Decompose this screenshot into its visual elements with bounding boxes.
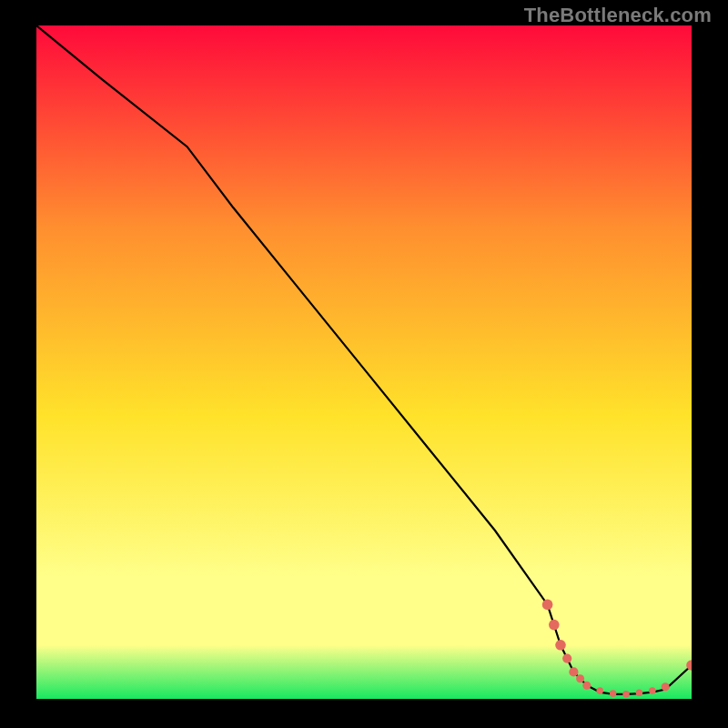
marker-dot bbox=[555, 640, 566, 651]
marker-dot bbox=[562, 654, 571, 663]
marker-dot bbox=[662, 682, 670, 691]
marker-dot bbox=[596, 687, 603, 694]
marker-dot bbox=[549, 620, 560, 631]
marker-dot bbox=[649, 687, 656, 694]
chart-frame: TheBottleneck.com bbox=[0, 0, 728, 728]
chart-svg bbox=[36, 25, 692, 699]
marker-dot bbox=[542, 600, 553, 611]
marker-dot bbox=[576, 674, 584, 682]
marker-dot bbox=[610, 690, 617, 697]
marker-dot bbox=[582, 682, 591, 690]
marker-dot bbox=[622, 691, 630, 698]
marker-dot bbox=[636, 690, 643, 697]
gradient-background bbox=[36, 25, 692, 699]
watermark-text: TheBottleneck.com bbox=[524, 4, 712, 27]
plot-area bbox=[36, 25, 692, 699]
marker-dot bbox=[569, 667, 578, 676]
